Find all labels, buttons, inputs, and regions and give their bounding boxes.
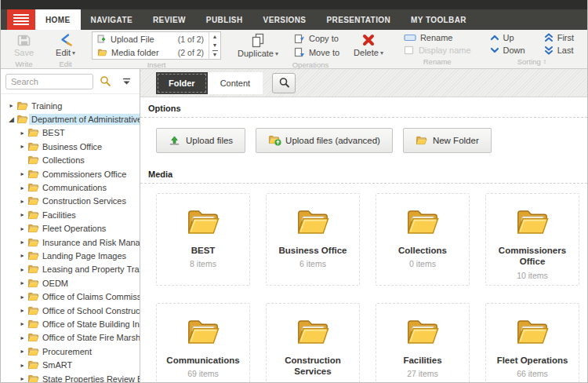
sort-up-button[interactable]: Up <box>486 33 529 42</box>
disclosure-triangle-icon[interactable]: ▸ <box>18 198 27 205</box>
tree-item-collections[interactable]: Collections <box>1 154 140 167</box>
tree-item-training[interactable]: ▸Training <box>1 99 140 112</box>
edit-button[interactable]: Edit ▾ <box>50 31 81 59</box>
media-folder-card-collections[interactable]: Collections0 items <box>376 193 470 286</box>
gallery-item-upload-file[interactable]: Upload File(1 of 2) <box>93 32 209 46</box>
gallery-item-media-folder[interactable]: Media folder(2 of 2) <box>93 46 209 59</box>
tree-item-best[interactable]: ▸BEST <box>1 126 140 140</box>
media-folder-name: Construction Services <box>267 355 359 378</box>
options-section-header: Options <box>140 97 587 118</box>
disclosure-triangle-icon[interactable]: ▸ <box>18 266 27 273</box>
ribbon-tab-my-toolbar[interactable]: MY TOOLBAR <box>401 9 477 30</box>
display-name-button[interactable]: Display name <box>400 46 475 55</box>
copy-to-button[interactable]: Copy to <box>290 33 343 44</box>
search-options-caret-icon[interactable] <box>122 78 131 85</box>
search-input[interactable] <box>5 74 93 89</box>
ribbon-tab-presentation[interactable]: PRESENTATION <box>316 9 401 30</box>
search-icon[interactable] <box>100 75 111 87</box>
disclosure-triangle-icon[interactable]: ▸ <box>18 348 27 355</box>
tree-item-oedm[interactable]: ▸OEDM <box>1 276 140 290</box>
tree-item-label: Office of State Building Inspector <box>40 319 140 330</box>
ribbon-tab-review[interactable]: REVIEW <box>143 9 196 30</box>
move-to-button[interactable]: Move to <box>290 47 343 58</box>
menu-hamburger-button[interactable] <box>7 9 35 30</box>
tree-item-insurance-and-risk-management[interactable]: ▸Insurance and Risk Management <box>1 235 140 249</box>
tab-folder[interactable]: Folder <box>156 72 208 94</box>
disclosure-triangle-icon[interactable]: ▸ <box>18 143 27 150</box>
folder-icon <box>405 316 441 348</box>
disclosure-triangle-icon[interactable]: ▸ <box>18 294 27 301</box>
media-folder-grid: BEST8 itemsBusiness Office6 itemsCollect… <box>140 184 587 383</box>
tree-item-fleet-operations[interactable]: ▸Fleet Operations <box>1 222 140 235</box>
tree-item-business-office[interactable]: ▸Business Office <box>1 140 140 153</box>
media-folder-card-business-office[interactable]: Business Office6 items <box>266 193 360 286</box>
tree-item-communications[interactable]: ▸Communications <box>1 181 140 194</box>
media-folder-card-best[interactable]: BEST8 items <box>156 193 250 286</box>
disclosure-triangle-icon[interactable]: ▸ <box>18 252 27 259</box>
duplicate-button[interactable]: Duplicate ▾ <box>232 31 284 60</box>
media-folder-card-construction-services[interactable]: Construction Services20 items <box>266 303 360 383</box>
gallery-more-icon[interactable]: ▼ <box>212 50 218 57</box>
ribbon-tab-versions[interactable]: VERSIONS <box>253 9 317 30</box>
tree-item-label: Office of Claims Commissioner <box>40 291 140 302</box>
disclosure-triangle-icon[interactable]: ▸ <box>18 184 27 192</box>
delete-button[interactable]: Delete ▾ <box>348 32 389 59</box>
sort-first-button[interactable]: First <box>540 33 578 42</box>
sort-down-button[interactable]: Down <box>486 46 529 55</box>
media-folder-card-facilities[interactable]: Facilities27 items <box>376 303 470 383</box>
disclosure-triangle-icon[interactable]: ▸ <box>18 211 27 218</box>
disclosure-triangle-icon[interactable]: ▸ <box>18 170 27 177</box>
tree-item-office-of-state-building-inspector[interactable]: ▸Office of State Building Inspector <box>1 317 140 330</box>
disclosure-triangle-icon[interactable]: ▸ <box>18 225 27 232</box>
disclosure-triangle-icon[interactable]: ▸ <box>18 362 27 369</box>
rename-button[interactable]: Rename <box>400 33 475 42</box>
group-label-rename: Rename <box>400 57 475 68</box>
tree-item-department-of-administrative-services[interactable]: ◢Department of Administrative Services <box>1 112 140 126</box>
ribbon-tab-navigate[interactable]: NAVIGATE <box>81 9 143 30</box>
media-folder-item-count: 0 items <box>409 259 436 268</box>
tree-item-office-of-school-construction-grants[interactable]: ▸Office of School Construction Grants <box>1 304 140 317</box>
window-top-strip <box>1 0 587 9</box>
tab-content[interactable]: Content <box>208 72 263 94</box>
disclosure-triangle-icon[interactable]: ▸ <box>7 102 16 109</box>
tree-item-office-of-claims-commissioner[interactable]: ▸Office of Claims Commissioner <box>1 290 140 303</box>
ribbon-tab-publish[interactable]: PUBLISH <box>196 9 253 30</box>
disclosure-triangle-icon[interactable]: ▸ <box>18 307 27 314</box>
disclosure-triangle-icon[interactable]: ◢ <box>7 115 16 123</box>
save-icon <box>17 33 31 47</box>
content-search-button[interactable] <box>272 73 296 93</box>
disclosure-triangle-icon[interactable]: ▸ <box>18 375 27 382</box>
upload-files-advanced--button[interactable]: Upload files (advanced) <box>256 128 393 153</box>
disclosure-triangle-icon[interactable]: ▸ <box>18 129 27 137</box>
new-folder-button[interactable]: New Folder <box>403 128 492 153</box>
upload-files-button[interactable]: Upload files <box>156 128 245 153</box>
sorting-options-icon[interactable]: ↕ <box>543 58 546 65</box>
tree-item-leasing-and-property-transfer[interactable]: ▸Leasing and Property Transfer <box>1 263 140 276</box>
save-button[interactable]: Save <box>9 31 39 59</box>
disclosure-triangle-icon[interactable]: ▸ <box>18 279 27 286</box>
tree-item-facilities[interactable]: ▸Facilities <box>1 208 140 221</box>
gallery-up-icon[interactable]: ▲ <box>212 34 218 39</box>
tree-item-office-of-state-fire-marshal[interactable]: ▸Office of State Fire Marshal <box>1 331 140 345</box>
media-folder-card-fleet-operations[interactable]: Fleet Operations66 items <box>485 303 579 383</box>
sort-up-label: Up <box>503 33 514 42</box>
tree-item-state-properties-review-board[interactable]: ▸State Properties Review Board <box>1 372 140 383</box>
media-folder-card-communications[interactable]: Communications69 items <box>156 303 250 383</box>
tree-item-smart[interactable]: ▸SmART <box>1 358 140 371</box>
tree-item-construction-services[interactable]: ▸Construction Services <box>1 195 140 208</box>
gallery-down-icon[interactable]: ▼ <box>212 42 218 48</box>
tree-item-procurement[interactable]: ▸Procurement <box>1 345 140 358</box>
media-folder-card-commissioners-office[interactable]: Commissioners Office10 items <box>485 193 579 286</box>
sort-last-button[interactable]: Last <box>540 46 578 55</box>
tree-item-landing-page-images[interactable]: ▸Landing Page Images <box>1 249 140 262</box>
folder-icon <box>27 332 40 343</box>
ribbon-tab-home[interactable]: HOME <box>35 9 81 30</box>
disclosure-triangle-icon[interactable]: ▸ <box>18 334 27 341</box>
tree-item-commissioners-office[interactable]: ▸Commissioners Office <box>1 167 140 181</box>
media-section-header: Media <box>140 163 587 184</box>
disclosure-triangle-icon[interactable]: ▸ <box>18 320 27 327</box>
insert-gallery: Upload File(1 of 2)Media folder(2 of 2) … <box>92 31 221 60</box>
sort-last-label: Last <box>557 46 574 55</box>
disclosure-triangle-icon[interactable]: ▸ <box>18 239 27 246</box>
folder-icon <box>27 319 40 330</box>
